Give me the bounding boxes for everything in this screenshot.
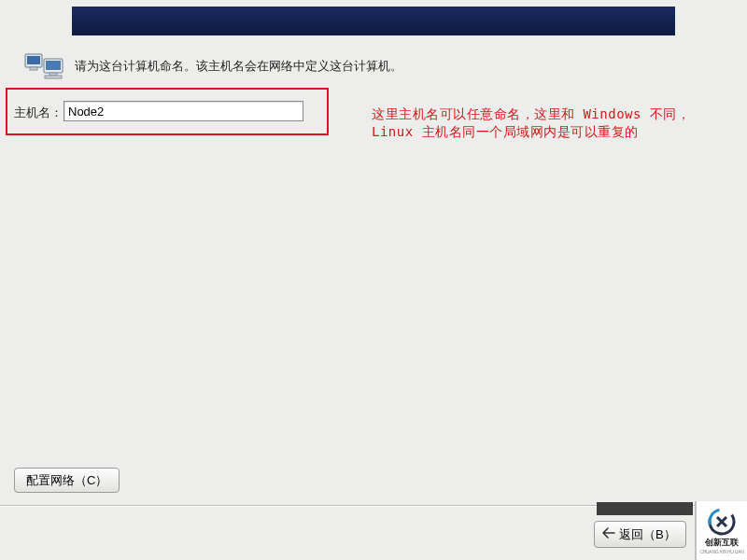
svg-rect-4 <box>46 61 61 70</box>
annotation-text: 这里主机名可以任意命名，这里和 Windows 不同，Linux 主机名同一个局… <box>372 105 726 141</box>
hostname-input[interactable] <box>63 101 303 121</box>
svg-rect-2 <box>30 67 37 70</box>
logo-brand-text: 创新互联 <box>705 537 739 549</box>
arrow-left-icon <box>602 527 615 541</box>
logo-sub-text: CHUANG XIN HU LIAN <box>699 549 743 554</box>
brand-logo: 创新互联 CHUANG XIN HU LIAN <box>695 501 747 560</box>
svg-rect-6 <box>45 76 62 78</box>
computer-network-icon <box>24 51 65 81</box>
svg-rect-1 <box>27 56 40 64</box>
instruction-row: 请为这台计算机命名。该主机名会在网络中定义这台计算机。 <box>24 51 402 81</box>
back-button[interactable]: 返回（B） <box>594 521 686 548</box>
configure-network-button[interactable]: 配置网络（C） <box>14 468 120 493</box>
header-band <box>72 7 675 35</box>
back-button-label: 返回（B） <box>619 526 676 543</box>
next-button-shadow <box>597 502 693 515</box>
hostname-label: 主机名： <box>14 105 63 121</box>
logo-mark-icon <box>708 508 736 536</box>
instruction-text: 请为这台计算机命名。该主机名会在网络中定义这台计算机。 <box>75 58 402 75</box>
